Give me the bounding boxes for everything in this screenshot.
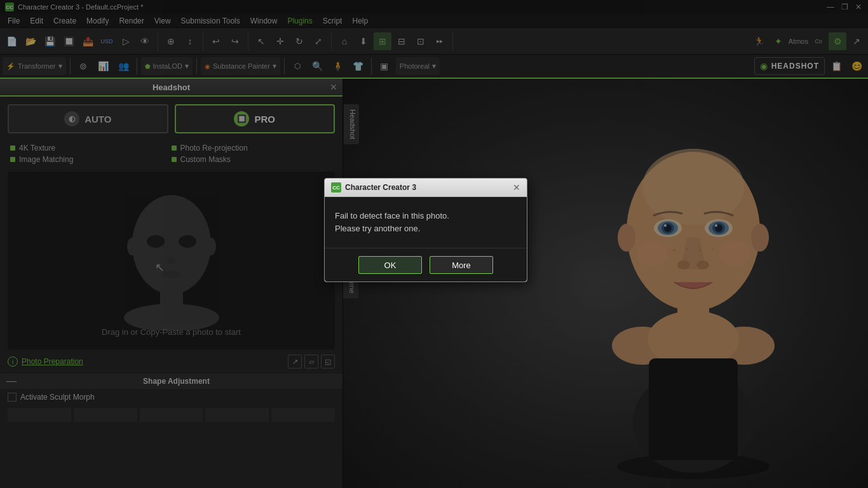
error-dialog: CC Character Creator 3 ✕ Fail to detect … — [324, 178, 527, 282]
modal-close-button[interactable]: ✕ — [513, 182, 520, 193]
modal-header: CC Character Creator 3 ✕ — [325, 179, 527, 197]
modal-overlay: CC Character Creator 3 ✕ Fail to detect … — [0, 0, 868, 488]
modal-footer: OK More — [325, 248, 527, 281]
modal-message-1: Fail to detect face in this photo. — [335, 210, 517, 222]
modal-ok-button[interactable]: OK — [358, 256, 422, 274]
modal-message-2: Please try another one. — [335, 222, 517, 235]
modal-title: Character Creator 3 — [345, 183, 509, 192]
modal-more-button[interactable]: More — [430, 256, 493, 274]
modal-app-icon: CC — [331, 182, 341, 193]
modal-body: Fail to detect face in this photo. Pleas… — [325, 197, 527, 248]
